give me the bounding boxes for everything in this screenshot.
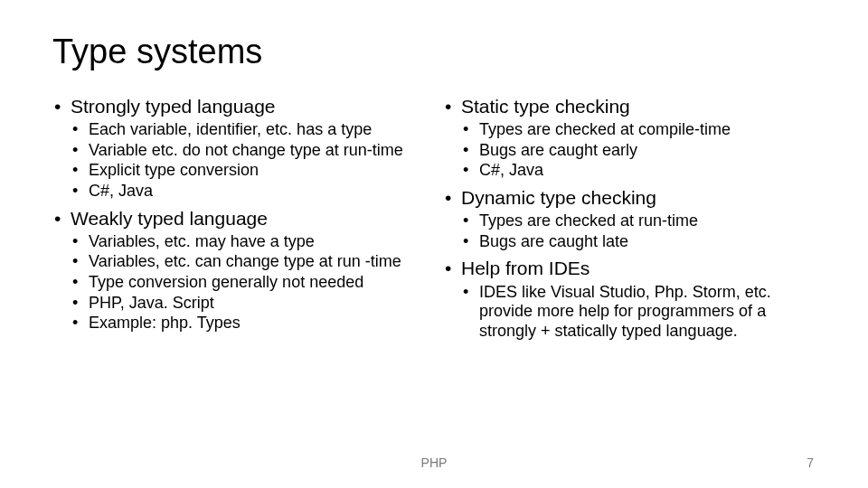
slide-number: 7: [807, 455, 814, 470]
list-subitem: C#, Java: [461, 161, 816, 181]
list-subitem: Variable etc. do not change type at run-…: [71, 141, 425, 161]
list-subitem: PHP, Java. Script: [71, 294, 425, 314]
list-subitem: Each variable, identifier, etc. has a ty…: [71, 120, 425, 140]
list-item: Help from IDEs IDES like Visual Studio, …: [443, 257, 816, 341]
list-subitem: Explicit type conversion: [71, 161, 425, 181]
list-item: Static type checking Types are checked a…: [443, 95, 816, 181]
list-subitem: Variables, etc. can change type at run -…: [71, 252, 425, 272]
footer-label: PHP: [421, 455, 448, 470]
right-column: Static type checking Types are checked a…: [443, 95, 816, 347]
list-item-label: Dynamic type checking: [461, 187, 656, 208]
list-item: Weakly typed language Variables, etc. ma…: [52, 207, 425, 333]
list-subitem: Type conversion generally not needed: [71, 273, 425, 293]
list-item-label: Help from IDEs: [461, 258, 590, 278]
slide-title: Type systems: [52, 33, 816, 71]
list-item-label: Static type checking: [461, 96, 630, 117]
list-item-label: Strongly typed language: [71, 96, 276, 117]
list-subitem: Types are checked at compile-time: [461, 120, 816, 140]
list-subitem: Bugs are caught early: [461, 141, 816, 161]
list-subitem: Variables, etc. may have a type: [71, 232, 425, 252]
list-item: Dynamic type checking Types are checked …: [443, 186, 816, 251]
list-item-label: Weakly typed language: [71, 208, 268, 229]
list-item: Strongly typed language Each variable, i…: [52, 95, 425, 202]
slide: Type systems Strongly typed language Eac…: [0, 0, 868, 488]
list-subitem: Bugs are caught late: [461, 232, 816, 252]
list-subitem: Example: php. Types: [71, 314, 425, 333]
left-column: Strongly typed language Each variable, i…: [52, 95, 425, 347]
list-subitem: IDES like Visual Studio, Php. Storm, etc…: [461, 283, 816, 342]
list-subitem: Types are checked at run-time: [461, 211, 816, 231]
list-subitem: C#, Java: [71, 182, 425, 202]
content-columns: Strongly typed language Each variable, i…: [52, 95, 816, 347]
slide-footer: PHP 7: [0, 455, 868, 470]
